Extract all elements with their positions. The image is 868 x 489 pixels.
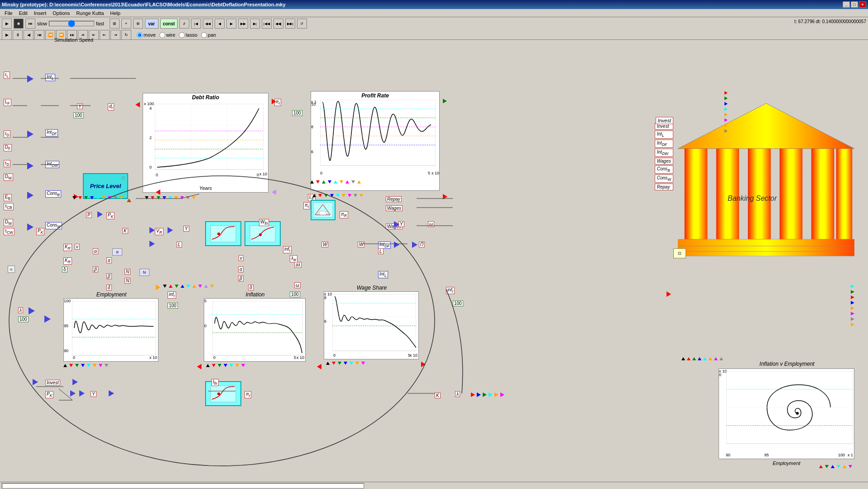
menu-file[interactable]: File: [2, 10, 15, 16]
fn-alpha[interactable]: α: [112, 248, 122, 256]
var-ConsW[interactable]: ConsW: [45, 222, 62, 229]
var-W2[interactable]: W: [358, 242, 364, 247]
bank-wages[interactable]: Wages: [655, 158, 673, 165]
const-100-right[interactable]: 100: [453, 300, 463, 306]
var-infr-bot[interactable]: infr: [168, 291, 176, 299]
var-dlambda[interactable]: ∂λ: [294, 262, 302, 268]
var-delta[interactable]: δ: [106, 285, 112, 290]
var-lambda-bot[interactable]: λ: [455, 391, 460, 397]
var-beta1[interactable]: β: [93, 266, 98, 272]
const-100-1[interactable]: 100: [73, 112, 84, 118]
var-Wages1[interactable]: Wages: [386, 205, 403, 211]
var-KR[interactable]: KR: [63, 244, 72, 251]
logic-block1[interactable]: [311, 200, 336, 220]
var-alpha1[interactable]: α: [93, 248, 98, 254]
back3-button[interactable]: ⇥: [110, 30, 120, 40]
var-lambda[interactable]: λ: [18, 307, 23, 313]
menu-runge-kutta[interactable]: Runge Kutta: [73, 10, 106, 16]
menu-insert[interactable]: Insert: [31, 10, 49, 16]
var-omega-right[interactable]: ω: [428, 221, 434, 227]
var-tCW[interactable]: τCW: [4, 228, 14, 235]
Ifn-bottom-block[interactable]: [205, 381, 241, 406]
horizontal-scrollbar[interactable]: [2, 483, 364, 489]
play-button[interactable]: ▶: [2, 19, 12, 29]
var-dr[interactable]: dr: [108, 103, 114, 111]
var-IntDW[interactable]: IntDW: [45, 161, 59, 168]
var-Pi[interactable]: Π: [419, 242, 425, 247]
var-button[interactable]: var: [145, 19, 158, 29]
var-K-bot[interactable]: K: [435, 392, 441, 398]
maximize-button[interactable]: □: [851, 1, 858, 8]
const-delta[interactable]: δ: [62, 266, 67, 272]
mode-move[interactable]: move: [137, 32, 156, 38]
back2-button[interactable]: ⇤: [100, 30, 110, 40]
step5-button[interactable]: ▶▶: [238, 19, 248, 29]
stop-button[interactable]: ■: [14, 19, 24, 29]
zoom-custom-button[interactable]: ⊕: [133, 19, 143, 29]
var-rL[interactable]: rL: [4, 72, 10, 79]
step2-button[interactable]: ◀◀: [203, 19, 213, 29]
mode-lasso[interactable]: lasso: [179, 32, 197, 38]
var-rDW[interactable]: rD: [4, 160, 10, 167]
var-ConsB[interactable]: ConsB: [45, 190, 61, 198]
Ifn-block[interactable]: [205, 221, 241, 246]
mode-wire[interactable]: wire: [159, 32, 175, 38]
var-tCB[interactable]: τCB: [4, 203, 14, 210]
bank-consB[interactable]: ConsB: [655, 165, 673, 174]
reset-button[interactable]: ↺: [297, 19, 307, 29]
const-100-mid[interactable]: 100: [290, 291, 300, 297]
minimize-button[interactable]: _: [843, 1, 850, 8]
var-IntL-right[interactable]: IntL: [378, 271, 388, 278]
bank-repay[interactable]: Repay: [655, 184, 673, 190]
const-button[interactable]: const: [160, 19, 177, 29]
var-infr-right[interactable]: infr: [446, 287, 455, 294]
fn-N[interactable]: N: [139, 269, 149, 276]
var-v2[interactable]: v: [239, 255, 244, 261]
price-level-box[interactable]: Price Level: [83, 173, 128, 199]
invest-label-top[interactable]: Invest: [656, 117, 673, 124]
var-PK2[interactable]: PK: [36, 228, 44, 235]
var-omega[interactable]: ω: [294, 282, 301, 288]
var-K[interactable]: K: [122, 228, 128, 234]
var-v1[interactable]: v: [75, 244, 80, 250]
const-100-prof[interactable]: 100: [292, 110, 302, 116]
var-Repay[interactable]: Repay: [386, 196, 402, 202]
run-button[interactable]: ▶: [2, 30, 12, 40]
var-beta3[interactable]: β: [238, 276, 244, 281]
var-VR[interactable]: VR: [155, 228, 163, 235]
var-L-right[interactable]: L: [378, 248, 384, 254]
menu-edit[interactable]: Edit: [16, 10, 30, 16]
mode-pan[interactable]: pan: [201, 32, 216, 38]
var-pir-bot[interactable]: πr: [245, 391, 251, 398]
step1-button[interactable]: |◀: [191, 19, 201, 29]
var-beta2[interactable]: β: [106, 273, 112, 279]
step8-button[interactable]: ◀◀|: [273, 19, 283, 29]
step6-button[interactable]: ▶|: [250, 19, 260, 29]
var-PK-bot[interactable]: PK: [45, 391, 53, 398]
var-LF[interactable]: LF: [4, 99, 11, 106]
var-P[interactable]: P: [86, 212, 92, 218]
param-button[interactable]: ∂: [179, 19, 189, 29]
step-button[interactable]: ⏭: [25, 19, 35, 29]
menu-help[interactable]: Help: [107, 10, 123, 16]
bank-consW[interactable]: ConsW: [655, 174, 673, 183]
const-100-bot[interactable]: 100: [18, 316, 29, 322]
menu-options[interactable]: Options: [50, 10, 72, 16]
const-100-inf[interactable]: 100: [168, 303, 178, 309]
end-button[interactable]: ↻: [121, 30, 131, 40]
zoom-fit-button[interactable]: ⊞: [110, 19, 120, 29]
pause-button[interactable]: ⏸: [13, 30, 23, 40]
var-EB[interactable]: EB: [4, 194, 12, 201]
sim-speed-slider[interactable]: [49, 21, 94, 26]
var-Y-center[interactable]: Y: [183, 226, 189, 232]
var-rD[interactable]: rD: [4, 131, 10, 138]
bank-intDF[interactable]: IntDF: [655, 140, 673, 148]
var-infr-mid[interactable]: infr: [283, 246, 292, 253]
var-IntDF[interactable]: IntDF: [45, 129, 58, 136]
main-canvas[interactable]: rL LF rD DF rD DW EB τCB DW τCW IntL Int…: [0, 40, 868, 482]
godley-icon-4[interactable]: ⊡: [673, 248, 686, 258]
var-Y-left[interactable]: Y: [77, 103, 83, 109]
var-Y-bot[interactable]: Y: [91, 391, 96, 397]
var-PK1[interactable]: PK: [106, 212, 115, 219]
var-L-center[interactable]: L: [177, 242, 182, 247]
